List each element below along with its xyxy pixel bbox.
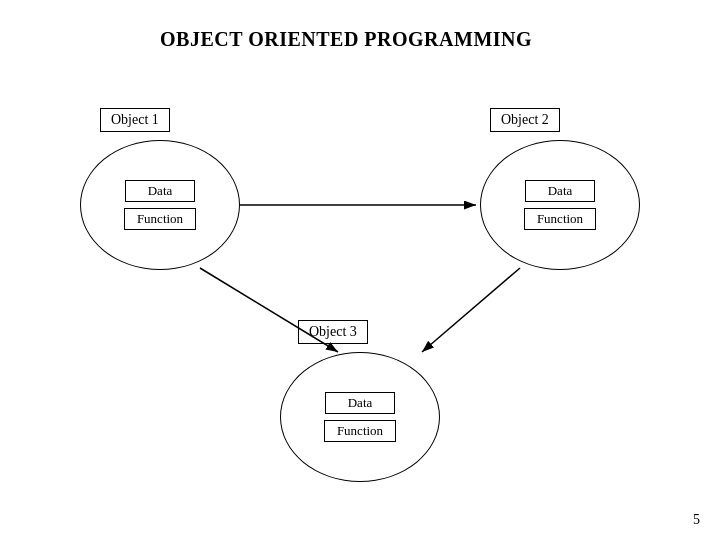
svg-line-6: [422, 268, 520, 352]
object1-function: Function: [124, 208, 196, 230]
object3-data: Data: [325, 392, 395, 414]
object1-data: Data: [125, 180, 195, 202]
object2-function: Function: [524, 208, 596, 230]
object1-ellipse: Data Function: [80, 140, 240, 270]
object3-ellipse: Data Function: [280, 352, 440, 482]
page-title: OBJECT ORIENTED PROGRAMMING: [160, 28, 532, 51]
object3-label: Object 3: [298, 320, 368, 344]
object2-label: Object 2: [490, 108, 560, 132]
object2-data: Data: [525, 180, 595, 202]
object3-function: Function: [324, 420, 396, 442]
page-number: 5: [693, 512, 700, 528]
object2-ellipse: Data Function: [480, 140, 640, 270]
object1-label: Object 1: [100, 108, 170, 132]
